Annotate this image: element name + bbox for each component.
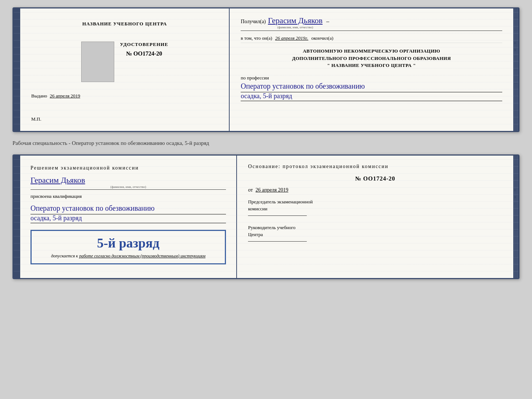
dash5: –	[514, 93, 517, 99]
org-line2: ДОПОЛНИТЕЛЬНОГО ПРОФЕССИОНАЛЬНОГО ОБРАЗО…	[241, 55, 502, 62]
profession-label: по профессии	[241, 75, 502, 81]
recipient-row: Получил(а) Герасим Дьяков (фамилия, имя,…	[241, 16, 502, 31]
top-doc-left: НАЗВАНИЕ УЧЕБНОГО ЦЕНТРА УДОСТОВЕРЕНИЕ №…	[20, 8, 230, 131]
highlight-box: 5-й разряд допускается к работе согласно…	[30, 230, 226, 265]
confirmation-date: 26 апреля 2019г.	[275, 35, 308, 41]
dash4: –	[514, 79, 517, 86]
bdash4: –	[514, 227, 517, 233]
admission-prefix: допускается к	[51, 253, 78, 259]
bdash7: –	[514, 266, 517, 273]
qualification-value2: осадка, 5-й разряд	[30, 214, 226, 223]
protocol-number: № OO1724-20	[248, 175, 502, 182]
bdash5: –	[514, 240, 517, 246]
profession-block: по профессии Оператор установок по обезв…	[241, 74, 502, 101]
right-dashes: – – и а ← – – – – –	[514, 10, 518, 129]
bdash1: –	[514, 161, 517, 167]
cert-number: № OO1724-20	[126, 50, 162, 57]
date-line: от 26 апреля 2019	[248, 187, 502, 193]
basis-title: Основание: протокол экзаменационной коми…	[248, 163, 502, 170]
issued-label: Выдано	[31, 93, 47, 99]
letter-arrow: ←	[514, 54, 518, 60]
middle-specialty-label: Рабочая специальность - Оператор установ…	[12, 139, 520, 148]
dash1: –	[514, 14, 517, 20]
chairman-signature-line	[248, 215, 307, 216]
org-line1: АВТОНОМНУЮ НЕКОММЕРЧЕСКУЮ ОРГАНИЗАЦИЮ	[241, 47, 502, 55]
training-center-title: НАЗВАНИЕ УЧЕБНОГО ЦЕНТРА	[82, 21, 167, 27]
org-quote: " НАЗВАНИЕ УЧЕБНОГО ЦЕНТРА "	[241, 62, 502, 69]
dash6: –	[514, 106, 517, 113]
top-doc-right: Получил(а) Герасим Дьяков (фамилия, имя,…	[230, 8, 513, 131]
issued-line: Выдано 26 апреля 2019	[31, 93, 80, 99]
bottom-letters-vertical: и а ←	[514, 187, 518, 207]
bottom-fio-block: Герасим Дьяков (фамилия, имя, отчество)	[30, 175, 226, 190]
decision-title: Решением экзаменационной комиссии	[30, 164, 226, 172]
cert-info: УДОСТОВЕРЕНИЕ № OO1724-20	[120, 42, 168, 57]
received-label: Получил(а)	[241, 19, 266, 25]
dash-char: –	[326, 18, 329, 25]
qualification-value-block: Оператор установок по обезвоживанию осад…	[30, 203, 226, 223]
director-line2: Центра	[248, 231, 502, 238]
protocol-date: 26 апреля 2019	[256, 187, 288, 193]
letter-i: и	[514, 40, 518, 46]
bottom-doc-right: Основание: протокол экзаменационной коми…	[237, 156, 513, 278]
bletter-a: а	[514, 194, 518, 200]
director-line1: Руководитель учебного	[248, 224, 502, 231]
org-name-block: АВТОНОМНУЮ НЕКОММЕРЧЕСКУЮ ОРГАНИЗАЦИЮ ДО…	[241, 47, 502, 69]
cert-title-label: УДОСТОВЕРЕНИЕ	[120, 42, 168, 47]
chairman-line2: комиссии	[248, 205, 502, 213]
photo-placeholder	[81, 42, 114, 82]
confirmation-text: в том, что он(а)	[241, 35, 272, 41]
date-prefix: от	[248, 187, 253, 193]
chairman-line1: Председатель экзаменационной	[248, 198, 502, 206]
finished-label: окончил(а)	[311, 35, 333, 41]
fio-group: Герасим Дьяков (фамилия, имя, отчество)	[268, 16, 323, 29]
mp-label: М.П.	[31, 116, 41, 122]
right-spine: – – и а ← – – – – –	[513, 8, 518, 131]
qualification-label: присвоена квалификация	[30, 193, 226, 199]
director-signature-line	[248, 241, 307, 242]
top-document: НАЗВАНИЕ УЧЕБНОГО ЦЕНТРА УДОСТОВЕРЕНИЕ №…	[12, 7, 520, 132]
issued-date: 26 апреля 2019	[50, 93, 80, 99]
bottom-fio-sublabel: (фамилия, имя, отчество)	[30, 185, 226, 189]
chairman-block: Председатель экзаменационной комиссии	[248, 198, 502, 216]
bdash3: –	[514, 213, 517, 220]
bletter-arrow: ←	[514, 201, 518, 207]
qualification-value1: Оператор установок по обезвоживанию	[30, 203, 226, 214]
recipient-name: Герасим Дьяков	[268, 16, 323, 25]
rank-text: 5-й разряд	[97, 235, 159, 251]
bdash6: –	[514, 253, 517, 260]
profession-value: Оператор установок по обезвоживанию	[241, 81, 502, 92]
dash2: –	[514, 27, 517, 33]
bottom-right-dashes: – – и а ← – – – – –	[514, 157, 518, 277]
letter-a: а	[514, 47, 518, 53]
cert-block: УДОСТОВЕРЕНИЕ № OO1724-20	[81, 42, 168, 82]
bottom-document: Решением экзаменационной комиссии Гераси…	[12, 154, 520, 279]
dash3: –	[514, 66, 517, 73]
left-spine	[14, 8, 20, 131]
bdash2: –	[514, 174, 517, 181]
fio-sublabel: (фамилия, имя, отчество)	[277, 25, 313, 29]
bottom-recipient-name: Герасим Дьяков	[30, 175, 85, 185]
bottom-left-spine	[14, 156, 20, 278]
page-wrapper: НАЗВАНИЕ УЧЕБНОГО ЦЕНТРА УДОСТОВЕРЕНИЕ №…	[12, 7, 520, 279]
bottom-doc-left: Решением экзаменационной комиссии Гераси…	[20, 156, 237, 278]
dash7: –	[514, 119, 517, 126]
confirmation-row: в том, что он(а) 26 апреля 2019г. окончи…	[241, 35, 502, 43]
profession-line2: осадка, 5-й разряд	[241, 92, 502, 101]
admission-main-text: работе согласно должностным (производств…	[79, 253, 205, 259]
bletter-i: и	[514, 187, 518, 193]
director-block: Руководитель учебного Центра	[248, 224, 502, 242]
admission-text: допускается к работе согласно должностны…	[51, 253, 205, 259]
bottom-right-spine: – – и а ← – – – – –	[513, 156, 518, 278]
letters-vertical: и а ←	[514, 40, 518, 60]
